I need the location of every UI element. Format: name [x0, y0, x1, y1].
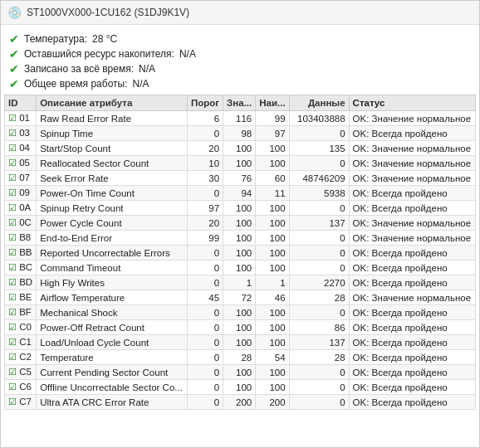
temperature-row: ✔ Температура: 28 °C: [9, 32, 471, 46]
row-check-icon: ☑: [8, 382, 17, 392]
cell-thresh: 20: [187, 141, 223, 156]
cell-id: ☑ 03: [5, 126, 37, 141]
cell-worst: 100: [256, 380, 289, 395]
cell-val: 1: [223, 275, 256, 290]
written-label: Записано за всё время:: [24, 63, 134, 75]
col-header-thresh: Порог: [187, 95, 223, 111]
cell-data: 0: [289, 246, 349, 261]
cell-data: 0: [289, 156, 349, 171]
cell-status: OK: Значение нормальное: [349, 156, 475, 171]
cell-val: 72: [223, 290, 256, 305]
cell-worst: 46: [256, 290, 289, 305]
cell-worst: 100: [256, 261, 289, 275]
cell-desc: End-to-End Error: [37, 231, 188, 246]
written-row: ✔ Записано за всё время: N/A: [9, 61, 471, 76]
cell-status: OK: Всегда пройдено: [349, 380, 475, 395]
table-row: ☑ 0ASpinup Retry Count971001000OK: Всегд…: [5, 201, 476, 216]
table-row: ☑ 04Start/Stop Count20100100135OK: Значе…: [5, 141, 476, 156]
resource-label: Оставшийся ресурс накопителя:: [24, 48, 174, 60]
cell-id: ☑ C5: [5, 365, 37, 380]
col-header-desc: Описание атрибута: [37, 95, 188, 111]
cell-val: 94: [223, 186, 256, 201]
cell-id: ☑ 0C: [5, 216, 37, 231]
cell-data: 135: [289, 141, 349, 156]
check-icon-written: ✔: [9, 63, 19, 75]
cell-desc: Spinup Retry Count: [37, 201, 188, 216]
cell-worst: 100: [256, 141, 289, 156]
cell-worst: 100: [256, 365, 289, 380]
cell-data: 137: [289, 335, 349, 350]
cell-desc: Temperature: [37, 350, 188, 365]
table-row: ☑ C1Load/Unload Cycle Count0100100137OK:…: [5, 335, 476, 350]
cell-val: 100: [223, 305, 256, 320]
cell-id: ☑ BB: [5, 246, 37, 261]
cell-val: 200: [223, 395, 256, 410]
check-icon-uptime: ✔: [9, 78, 19, 90]
cell-desc: Offline Uncorrectable Sector Co...: [37, 380, 188, 395]
cell-status: OK: Значение нормальное: [349, 141, 475, 156]
table-row: ☑ 0CPower Cycle Count20100100137OK: Знач…: [5, 216, 476, 231]
cell-thresh: 45: [187, 290, 223, 305]
cell-desc: High Fly Writes: [37, 275, 188, 290]
cell-val: 100: [223, 365, 256, 380]
cell-desc: Raw Read Error Rate: [37, 111, 188, 126]
cell-data: 0: [289, 231, 349, 246]
cell-worst: 100: [256, 201, 289, 216]
cell-desc: Start/Stop Count: [37, 141, 188, 156]
cell-id: ☑ BF: [5, 305, 37, 320]
cell-id: ☑ C6: [5, 380, 37, 395]
cell-data: 0: [289, 126, 349, 141]
cell-data: 2270: [289, 275, 349, 290]
cell-desc: Load/Unload Cycle Count: [37, 335, 188, 350]
uptime-row: ✔ Общее время работы: N/A: [9, 76, 471, 91]
check-icon-temp: ✔: [9, 33, 19, 45]
cell-id: ☑ 0A: [5, 201, 37, 216]
cell-thresh: 0: [187, 305, 223, 320]
cell-thresh: 10: [187, 156, 223, 171]
cell-status: OK: Всегда пройдено: [349, 335, 475, 350]
table-row: ☑ BEAirflow Temperature45724628OK: Значе…: [5, 290, 476, 305]
table-row: ☑ BDHigh Fly Writes0112270OK: Всегда про…: [5, 275, 476, 290]
row-check-icon: ☑: [8, 202, 17, 212]
row-check-icon: ☑: [8, 262, 17, 272]
cell-worst: 97: [256, 126, 289, 141]
cell-val: 100: [223, 246, 256, 261]
cell-worst: 100: [256, 156, 289, 171]
cell-status: OK: Всегда пройдено: [349, 275, 475, 290]
cell-data: 0: [289, 261, 349, 275]
cell-data: 137: [289, 216, 349, 231]
row-check-icon: ☑: [8, 113, 17, 123]
cell-val: 100: [223, 380, 256, 395]
table-row: ☑ C2Temperature0285428OK: Всегда пройден…: [5, 350, 476, 365]
table-row: ☑ C0Power-Off Retract Count010010086OK: …: [5, 320, 476, 335]
cell-data: 0: [289, 395, 349, 410]
cell-thresh: 0: [187, 126, 223, 141]
col-header-worst: Наи...: [256, 95, 289, 111]
row-check-icon: ☑: [8, 322, 17, 332]
cell-thresh: 99: [187, 231, 223, 246]
cell-val: 100: [223, 261, 256, 275]
cell-desc: Reported Uncorrectable Errors: [37, 246, 188, 261]
col-header-status: Статус: [349, 95, 475, 111]
col-header-val: Зна...: [223, 95, 256, 111]
cell-id: ☑ 09: [5, 186, 37, 201]
cell-status: OK: Значение нормальное: [349, 231, 475, 246]
cell-id: ☑ 04: [5, 141, 37, 156]
cell-status: OK: Всегда пройдено: [349, 305, 475, 320]
smart-table: ID Описание атрибута Порог Зна... Наи...…: [4, 95, 476, 410]
cell-val: 100: [223, 156, 256, 171]
row-check-icon: ☑: [8, 187, 17, 197]
cell-val: 100: [223, 320, 256, 335]
title-bar: 💿 ST1000VX000-1CU162 (S1DJ9K1V): [1, 1, 479, 25]
col-header-id: ID: [5, 95, 37, 111]
window-title: ST1000VX000-1CU162 (S1DJ9K1V): [27, 7, 189, 18]
cell-status: OK: Значение нормальное: [349, 216, 475, 231]
cell-worst: 100: [256, 320, 289, 335]
cell-desc: Spinup Time: [37, 126, 188, 141]
cell-desc: Ultra ATA CRC Error Rate: [37, 395, 188, 410]
cell-id: ☑ B8: [5, 231, 37, 246]
table-row: ☑ C7Ultra ATA CRC Error Rate02002000OK: …: [5, 395, 476, 410]
row-check-icon: ☑: [8, 247, 17, 257]
cell-desc: Current Pending Sector Count: [37, 365, 188, 380]
cell-status: OK: Значение нормальное: [349, 290, 475, 305]
